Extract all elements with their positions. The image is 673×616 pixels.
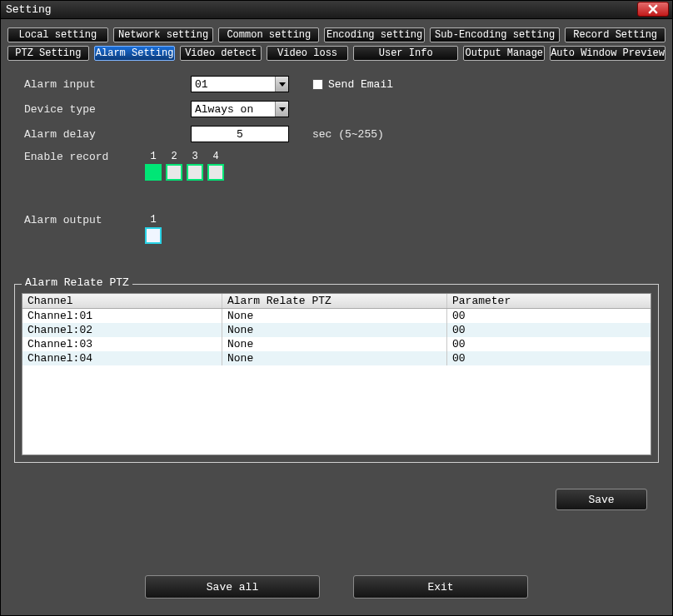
alarm-delay-input[interactable] (191, 126, 289, 142)
table-row[interactable]: Channel:03 None 00 (22, 337, 651, 351)
ptz-table: Channel Alarm Relate PTZ Parameter Chann… (22, 293, 651, 455)
chevron-down-icon (275, 102, 288, 117)
device-type-label: Device type (24, 103, 191, 116)
tab-user-info[interactable]: User Info (353, 46, 458, 61)
alarm-delay-label: Alarm delay (24, 128, 191, 141)
channel-number: 1 (145, 214, 162, 226)
tab-common-setting[interactable]: Common setting (218, 27, 319, 42)
tab-network-setting[interactable]: Network setting (113, 27, 214, 42)
device-type-value: Always on (195, 103, 253, 116)
channel-number: 1 (145, 151, 162, 162)
alarm-input-label: Alarm input (24, 78, 191, 91)
tab-encoding-setting[interactable]: Encoding setting (324, 27, 425, 42)
send-email-label: Send Email (328, 78, 393, 91)
tab-ptz-setting[interactable]: PTZ Setting (7, 46, 89, 61)
tab-record-setting[interactable]: Record Setting (565, 27, 666, 42)
record-channel-4[interactable] (207, 164, 224, 181)
tab-auto-window-preview[interactable]: Auto Window Preview (550, 46, 666, 61)
record-channel-3[interactable] (187, 164, 203, 181)
alarm-output-channel-1[interactable] (145, 227, 162, 244)
table-row[interactable]: Channel:01 None 00 (22, 309, 651, 323)
tab-output-manage[interactable]: Output Manage (463, 46, 545, 61)
table-row[interactable]: Channel:02 None 00 (22, 323, 651, 337)
window-title: Setting (6, 3, 52, 16)
ptz-table-header: Channel Alarm Relate PTZ Parameter (22, 294, 651, 309)
close-icon (648, 4, 658, 14)
tab-alarm-setting[interactable]: Alarm Setting (94, 46, 176, 61)
chevron-down-icon (275, 77, 288, 92)
record-channel-2[interactable] (166, 164, 182, 181)
channel-number: 3 (187, 151, 203, 162)
device-type-select[interactable]: Always on (191, 101, 289, 117)
save-button[interactable]: Save (556, 489, 647, 510)
col-channel[interactable]: Channel (22, 294, 222, 308)
alarm-output-label: Alarm output (24, 214, 191, 226)
alarm-relate-ptz-legend: Alarm Relate PTZ (22, 276, 132, 289)
record-channels: 1 2 3 4 (145, 151, 224, 181)
tabs-row-1: Local settingNetwork settingCommon setti… (7, 27, 666, 42)
close-button[interactable] (637, 2, 669, 17)
alarm-delay-hint: sec (5~255) (312, 128, 384, 141)
alarm-input-select[interactable]: 01 (191, 76, 289, 92)
ptz-table-body: Channel:01 None 00Channel:02 None 00Chan… (22, 309, 651, 365)
tab-video-loss[interactable]: Video loss (267, 46, 348, 61)
titlebar: Setting (1, 1, 672, 19)
alarm-relate-ptz-group: Alarm Relate PTZ Channel Alarm Relate PT… (14, 284, 659, 463)
tabs-row-2: PTZ SettingAlarm SettingVideo detectVide… (7, 46, 666, 61)
exit-button[interactable]: Exit (353, 575, 528, 599)
channel-number: 2 (166, 151, 182, 162)
tab-video-detect[interactable]: Video detect (180, 46, 262, 61)
table-row[interactable]: Channel:04 None 00 (22, 351, 651, 365)
window-body: Local settingNetwork settingCommon setti… (1, 19, 672, 471)
record-channel-1[interactable] (145, 164, 162, 181)
alarm-output-channels: 1 (145, 214, 162, 244)
col-ptz[interactable]: Alarm Relate PTZ (222, 294, 447, 308)
save-all-button[interactable]: Save all (145, 575, 320, 599)
col-param[interactable]: Parameter (447, 294, 651, 308)
tab-local-setting[interactable]: Local setting (7, 27, 108, 42)
channel-number: 4 (207, 151, 224, 162)
form-area: Alarm input 01 Send Email Device type Al… (7, 64, 666, 259)
alarm-input-value: 01 (195, 78, 208, 91)
send-email-checkbox[interactable] (312, 79, 323, 90)
settings-window: Setting Local settingNetwork settingComm… (0, 0, 673, 616)
tab-sub-encoding-setting[interactable]: Sub-Encoding setting (430, 27, 560, 42)
bottom-button-bar: Save all Exit (1, 575, 672, 599)
